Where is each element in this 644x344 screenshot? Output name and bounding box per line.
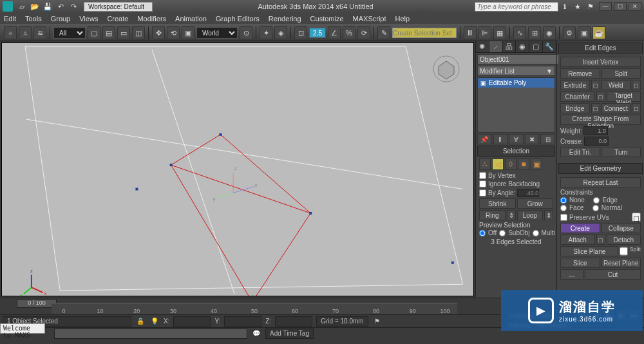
- use-pivot-center-icon[interactable]: ⊙: [240, 26, 252, 39]
- schematic-view-icon[interactable]: ⊞: [528, 26, 541, 39]
- bridge-settings-icon[interactable]: □: [591, 103, 600, 113]
- extrude-settings-icon[interactable]: □: [591, 80, 600, 90]
- unlink-icon[interactable]: ⟑: [19, 26, 32, 39]
- subobj-vertex-icon[interactable]: ∴: [479, 158, 491, 170]
- maximize-button[interactable]: ☐: [614, 2, 627, 11]
- tab-hierarchy-icon[interactable]: 品: [503, 41, 516, 52]
- y-coord-field[interactable]: [224, 316, 261, 327]
- modifier-list-dropdown[interactable]: Modifier List▼: [477, 66, 555, 76]
- snap-toggle-icon[interactable]: ⊡: [294, 26, 307, 39]
- save-file-icon[interactable]: 💾: [43, 1, 53, 12]
- menu-modifiers[interactable]: Modifiers: [137, 15, 166, 23]
- time-config-icon[interactable]: ⚑: [372, 316, 383, 327]
- collapse-button[interactable]: Collapse: [601, 223, 641, 233]
- menu-views[interactable]: Views: [79, 15, 98, 23]
- subobj-border-icon[interactable]: ◊: [505, 158, 516, 170]
- modifier-stack[interactable]: Editable Poly: [477, 77, 555, 133]
- menu-create[interactable]: Create: [107, 15, 128, 23]
- pin-stack-icon[interactable]: 📌: [477, 134, 492, 144]
- connect-settings-icon[interactable]: □: [632, 103, 641, 113]
- link-icon[interactable]: ⟐: [4, 26, 17, 39]
- workspace-dropdown[interactable]: Workspace: Default: [84, 2, 153, 12]
- loop-button[interactable]: Loop: [517, 210, 544, 220]
- preview-multi-radio[interactable]: [533, 230, 539, 236]
- tab-motion-icon[interactable]: ◉: [516, 41, 529, 52]
- star-icon[interactable]: ★: [573, 1, 583, 12]
- remove-button[interactable]: Remove: [560, 68, 600, 79]
- preserve-uvs-settings-icon[interactable]: □: [632, 213, 641, 222]
- preview-off-radio[interactable]: [479, 230, 486, 236]
- layer-manager-icon[interactable]: ▦: [493, 26, 506, 39]
- crease-input[interactable]: [584, 137, 609, 146]
- track-bar-ruler[interactable]: 0 10 20 30 40 50 60 70 80 90 100: [52, 303, 457, 314]
- create-button[interactable]: Create: [560, 223, 600, 233]
- quickslice-button[interactable]: …: [560, 269, 583, 280]
- menu-animation[interactable]: Animation: [175, 15, 207, 23]
- tab-display-icon[interactable]: ▢: [529, 41, 543, 52]
- show-end-result-icon[interactable]: Ⅱ: [493, 134, 508, 144]
- connect-button[interactable]: Connect: [601, 103, 631, 113]
- weight-input[interactable]: [583, 126, 608, 135]
- align-icon[interactable]: ⊫: [478, 26, 491, 39]
- script-listener[interactable]: [54, 329, 247, 339]
- chamfer-button[interactable]: Chamfer: [560, 91, 595, 102]
- time-slider[interactable]: 0 / 100: [17, 299, 57, 308]
- tab-modify-icon[interactable]: ⟋: [489, 41, 503, 52]
- subobj-polygon-icon[interactable]: ■: [518, 158, 529, 170]
- by-vertex-checkbox[interactable]: [479, 172, 486, 179]
- key-mode-icon[interactable]: ◈: [274, 26, 287, 39]
- menu-edit[interactable]: Edit: [4, 15, 16, 23]
- target-weld-button[interactable]: Target Weld: [607, 91, 641, 102]
- loop-spinner-icon[interactable]: ⇕: [544, 210, 553, 220]
- slice-plane-button[interactable]: Slice Plane: [560, 246, 618, 256]
- render-setup-icon[interactable]: ⚙: [563, 26, 576, 39]
- select-region-icon[interactable]: ▭: [117, 26, 130, 39]
- subobj-edge-icon[interactable]: ◁: [492, 158, 504, 170]
- weld-button[interactable]: Weld: [601, 80, 631, 90]
- menu-graph-editors[interactable]: Graph Editors: [216, 15, 260, 23]
- x-coord-field[interactable]: [173, 316, 211, 327]
- mirror-icon[interactable]: Ⅲ: [464, 26, 477, 39]
- percent-snap-icon[interactable]: %: [343, 26, 355, 39]
- select-manipulate-icon[interactable]: ✦: [260, 26, 272, 39]
- stack-item-editable-poly[interactable]: Editable Poly: [478, 78, 554, 88]
- reset-plane-button[interactable]: Reset Plane: [601, 258, 641, 268]
- bind-spacewarp-icon[interactable]: ≋: [33, 26, 46, 39]
- turn-button[interactable]: Turn: [601, 147, 641, 157]
- open-file-icon[interactable]: 📂: [30, 1, 40, 12]
- subobj-element-icon[interactable]: ▣: [531, 158, 542, 170]
- menu-maxscript[interactable]: MAXScript: [353, 15, 386, 23]
- named-selection-set-input[interactable]: [392, 28, 457, 38]
- selection-rollout-header[interactable]: Selection: [477, 146, 555, 157]
- select-rotate-icon[interactable]: ⟲: [167, 26, 180, 39]
- select-scale-icon[interactable]: ▣: [182, 26, 194, 39]
- close-button[interactable]: ✕: [629, 2, 641, 11]
- edit-edges-header[interactable]: Edit Edges: [558, 43, 643, 53]
- attach-button[interactable]: Attach: [560, 234, 595, 245]
- chamfer-settings-icon[interactable]: □: [596, 91, 605, 102]
- angle-snap-input[interactable]: [309, 28, 326, 38]
- select-object-icon[interactable]: ▢: [88, 26, 100, 39]
- angle-snap-icon[interactable]: ∠: [328, 26, 341, 39]
- help-search-input[interactable]: [475, 2, 558, 12]
- z-coord-field[interactable]: [275, 316, 312, 327]
- cut-button[interactable]: Cut: [585, 269, 641, 280]
- menu-tools[interactable]: Tools: [25, 15, 42, 23]
- constraint-face-radio[interactable]: [560, 205, 567, 211]
- ring-spinner-icon[interactable]: ⇕: [507, 210, 516, 220]
- weld-settings-icon[interactable]: □: [632, 80, 641, 90]
- constraint-none-radio[interactable]: [560, 197, 567, 204]
- tab-create-icon[interactable]: ✺: [476, 41, 489, 52]
- render-frame-icon[interactable]: ▣: [578, 26, 591, 39]
- preview-subobj-radio[interactable]: [499, 230, 506, 236]
- shrink-button[interactable]: Shrink: [479, 198, 516, 209]
- remove-modifier-icon[interactable]: ✖: [525, 134, 540, 144]
- slice-button[interactable]: Slice: [560, 258, 600, 268]
- undo-icon[interactable]: ↶: [55, 1, 66, 12]
- by-angle-checkbox[interactable]: [479, 189, 486, 196]
- configure-sets-icon[interactable]: ⊟: [540, 134, 555, 144]
- spinner-snap-icon[interactable]: ⟳: [357, 26, 370, 39]
- menu-customize[interactable]: Customize: [310, 15, 344, 23]
- menu-group[interactable]: Group: [51, 15, 71, 23]
- by-angle-input[interactable]: [517, 189, 539, 197]
